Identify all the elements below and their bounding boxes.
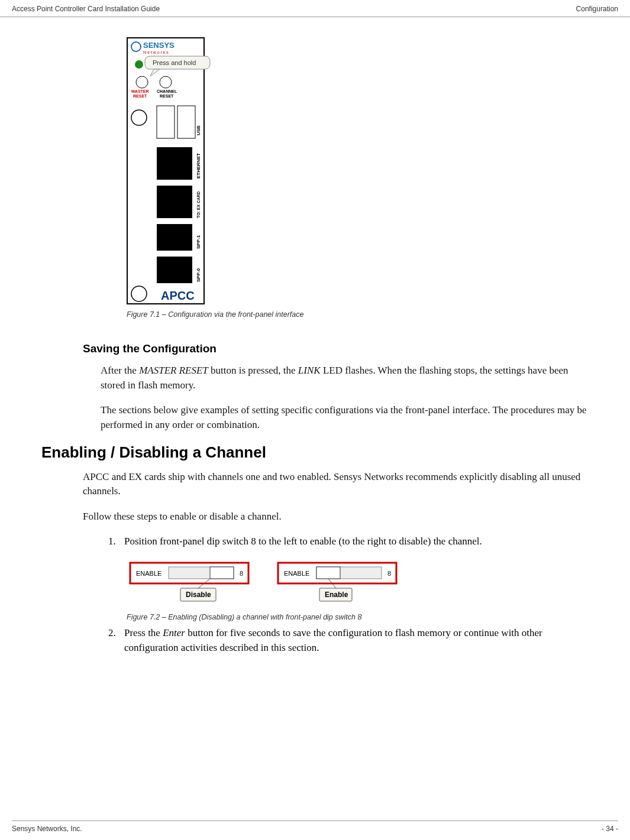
svg-rect-11 — [157, 147, 192, 180]
disable-button-label: Disable — [186, 591, 211, 599]
page-header: Access Point Controller Card Installatio… — [0, 0, 630, 17]
step-2: Press the Enter button for five seconds … — [118, 626, 589, 655]
svg-point-6 — [136, 76, 148, 88]
master-reset-label-1: MASTER — [131, 89, 149, 93]
svg-rect-9 — [157, 106, 175, 138]
svg-rect-13 — [157, 224, 192, 251]
paragraph-follow-steps: Follow these steps to enable or disable … — [83, 510, 589, 524]
link-term: LINK — [298, 365, 321, 376]
svg-point-8 — [131, 110, 147, 125]
channel-reset-label-1: CHANNEL — [157, 89, 177, 93]
svg-rect-22 — [316, 567, 340, 579]
paragraph-apcc-ex: APCC and EX cards ship with channels one… — [83, 470, 589, 499]
figure-7-2-caption: Figure 7.2 – Enabling (Disabling) a chan… — [127, 613, 589, 621]
paragraph-after-master-reset: After the MASTER RESET button is pressed… — [101, 364, 589, 393]
text-fragment: Press the — [124, 627, 163, 638]
brand-sub: N e t w o r k s — [143, 50, 169, 54]
excard-label: TO: EX CARD — [196, 192, 201, 218]
spp1-label: SPP-1 — [196, 235, 201, 249]
footer-left: Sensys Networks, Inc. — [12, 825, 82, 833]
svg-rect-10 — [177, 106, 195, 138]
channel-reset-label-2: RESET — [160, 94, 174, 98]
enable-label-right: ENABLE — [284, 570, 309, 577]
master-reset-term: MASTER RESET — [139, 365, 208, 376]
figure-7-1: SENSYS N e t w o r k s Press and hold MA… — [124, 35, 589, 319]
svg-point-2 — [135, 60, 143, 69]
apcc-device-diagram: SENSYS N e t w o r k s Press and hold MA… — [124, 35, 231, 307]
spp0-label: SPP-0 — [196, 268, 201, 282]
enable-button-label: Enable — [325, 591, 348, 599]
enter-term: Enter — [163, 627, 185, 638]
text-fragment: After the — [101, 365, 139, 376]
figure-7-2: ENABLE 8 Disable ENABLE 8 Enable Figure … — [124, 560, 589, 621]
heading-enabling-disabling-channel: Enabling / Disabling a Channel — [41, 443, 589, 462]
page-content: SENSYS N e t w o r k s Press and hold MA… — [0, 17, 630, 677]
step-1: Position front-panel dip switch 8 to the… — [118, 534, 589, 549]
steps-list-continued: Press the Enter button for five seconds … — [118, 626, 589, 655]
switch-num-left: 8 — [240, 570, 243, 577]
svg-rect-12 — [157, 186, 192, 218]
usb-label: USB — [196, 125, 201, 135]
brand-text: SENSYS — [143, 41, 175, 50]
dip-switch-diagram: ENABLE 8 Disable ENABLE 8 Enable — [124, 560, 420, 607]
header-right: Configuration — [576, 5, 618, 13]
steps-list: Position front-panel dip switch 8 to the… — [118, 534, 589, 549]
svg-point-15 — [131, 286, 147, 301]
svg-rect-18 — [210, 567, 234, 579]
paragraph-sections-below: The sections below give examples of sett… — [101, 403, 589, 432]
text-fragment: button for five seconds to save the conf… — [124, 627, 542, 653]
ethernet-label: ETHERNET — [196, 153, 201, 179]
footer-right: - 34 - — [602, 825, 618, 833]
figure-7-1-caption: Figure 7.1 – Configuration via the front… — [127, 310, 589, 319]
text-fragment: button is pressed, the — [208, 365, 298, 376]
switch-num-right: 8 — [387, 570, 391, 577]
svg-rect-14 — [157, 257, 192, 283]
heading-saving-configuration: Saving the Configuration — [83, 342, 589, 355]
apcc-logo: APCC — [161, 289, 195, 302]
header-left: Access Point Controller Card Installatio… — [12, 5, 160, 13]
svg-point-7 — [160, 76, 172, 88]
tooltip-text: Press and hold — [153, 59, 196, 66]
master-reset-label-2: RESET — [133, 94, 147, 98]
enable-label-left: ENABLE — [136, 570, 161, 577]
page-footer: Sensys Networks, Inc. - 34 - — [12, 820, 618, 833]
